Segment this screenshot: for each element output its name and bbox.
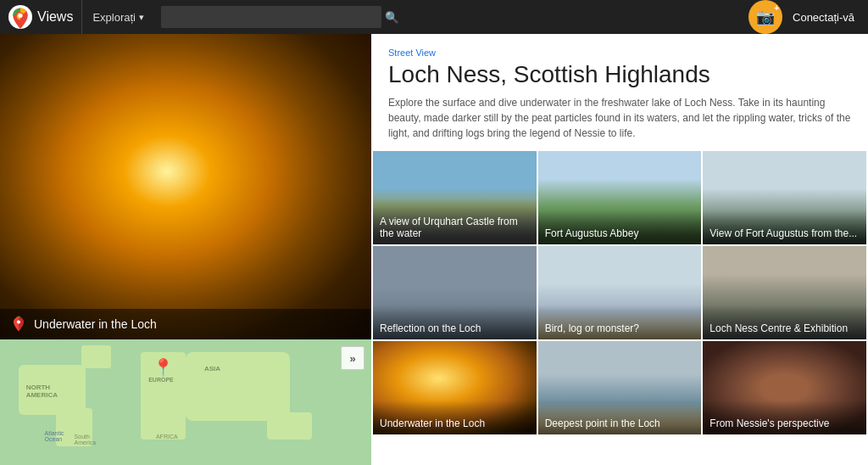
grid-item-1[interactable]: Fort Augustus Abbey [538,151,702,244]
grid-label-2: View of Fort Augustus from the... [703,210,866,244]
grid-label-8: From Nessie's perspective [703,401,866,434]
grid-label-1: Fort Augustus Abbey [538,210,702,244]
street-view-label: Street View [388,48,851,58]
grid-item-0[interactable]: A view of Urquhart Castle from the water [373,151,537,244]
main-featured-photo[interactable]: Underwater in the Loch [0,34,371,339]
grid-label-7: Deepest point in the Loch [538,401,702,434]
page-description: Explore the surface and dive underwater … [388,95,851,141]
mini-map-area: NORTHAMERICA EUROPE ASIA SouthAmerica At… [0,339,371,465]
photo-grid: A view of Urquhart Castle from the water… [371,151,868,436]
explore-menu[interactable]: Explorați ▾ [81,0,154,34]
search-icon: 🔍 [385,11,399,24]
grid-item-3[interactable]: Reflection on the Loch [373,246,537,339]
grid-item-5[interactable]: Loch Ness Centre & Exhibition [703,246,866,339]
grid-label-0: A view of Urquhart Castle from the water [373,199,537,244]
svg-point-3 [17,320,20,323]
grid-item-2[interactable]: View of Fort Augustus from the... [703,151,866,244]
svg-point-1 [18,14,22,18]
camera-icon: 📷 [756,8,775,26]
search-input[interactable] [161,6,381,28]
page-title: Loch Ness, Scottish Highlands [388,61,851,88]
chevron-down-icon: ▾ [139,12,144,23]
expand-icon: » [349,352,355,365]
main-photo-label: Underwater in the Loch [0,309,371,339]
grid-item-6[interactable]: Underwater in the Loch [373,341,537,434]
grid-label-6: Underwater in the Loch [373,401,537,434]
app-logo: Views [0,5,81,29]
explore-label: Explorați [92,11,136,24]
grid-label-3: Reflection on the Loch [373,305,537,339]
grid-item-4[interactable]: Bird, log or monster? [538,246,702,339]
search-button[interactable]: 🔍 [385,11,399,24]
grid-label-4: Bird, log or monster? [538,305,702,339]
mini-map[interactable]: NORTHAMERICA EUROPE ASIA SouthAmerica At… [0,339,371,465]
top-navigation: Views Explorați ▾ 🔍 📷 + Conectați-vă [0,0,868,34]
nav-right-actions: 📷 + Conectați-vă [748,0,868,34]
grid-item-8[interactable]: From Nessie's perspective [703,341,866,434]
content-header: Street View Loch Ness, Scottish Highland… [371,34,868,151]
map-pin: 📍 [153,359,174,376]
grid-label-5: Loch Ness Centre & Exhibition [703,305,866,339]
grid-item-7[interactable]: Deepest point in the Loch [538,341,702,434]
plus-icon: + [774,3,779,13]
expand-map-button[interactable]: » [341,346,364,370]
add-photo-button[interactable]: 📷 + [748,0,782,34]
main-photo-title: Underwater in the Loch [34,317,157,331]
maps-logo-icon [8,5,32,29]
left-panel: Underwater in the Loch NORTHAMERICA EURO… [0,34,371,465]
app-title: Views [37,9,73,25]
right-panel: Street View Loch Ness, Scottish Highland… [371,34,868,465]
location-icon [10,316,27,333]
search-bar: 🔍 [154,6,748,28]
connect-button[interactable]: Conectați-vă [793,11,854,24]
